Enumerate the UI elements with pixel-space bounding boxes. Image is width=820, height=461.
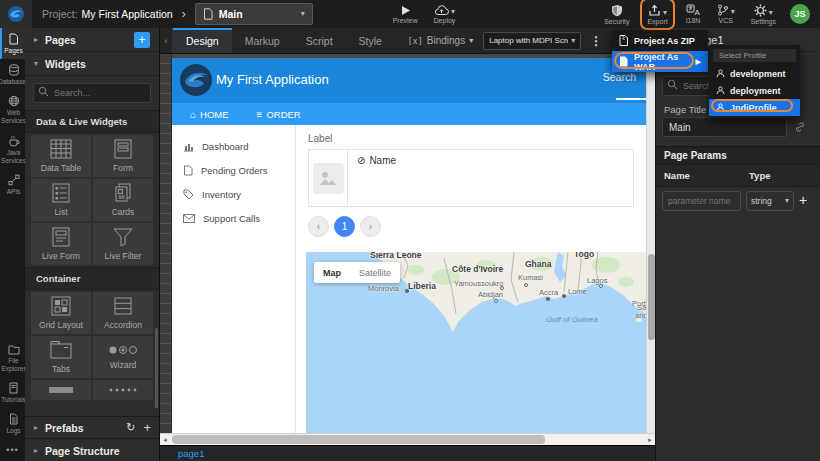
container-section-header: Container [25, 267, 159, 290]
rail-item-web-services[interactable]: Web Services [0, 90, 25, 129]
profile-development[interactable]: development [709, 65, 800, 82]
rail-item-databases[interactable]: Databases [0, 59, 25, 90]
widgets-section-header[interactable]: ▾ Widgets [25, 52, 159, 76]
menu-item-dashboard[interactable]: Dashboard [172, 134, 295, 158]
widget-tile-tabs[interactable]: Tabs [31, 336, 91, 378]
data-table-icon [50, 139, 72, 159]
tab-script[interactable]: Script [293, 28, 346, 53]
menu-item-support-calls[interactable]: Support Calls [172, 206, 295, 230]
city-dot [405, 289, 409, 293]
satellite-button[interactable]: Satellite [350, 268, 400, 278]
collapse-panel-button[interactable]: ‹ [160, 28, 173, 53]
menu-item-project-as-zip[interactable]: Project As ZIP [612, 30, 708, 51]
menu-item-inventory[interactable]: Inventory [172, 182, 295, 206]
pagination-next-button[interactable]: › [360, 216, 381, 237]
app-header: My First Application Search [172, 58, 646, 103]
widget-search-input[interactable] [33, 83, 151, 103]
widget-tile-live-form[interactable]: Live Form [31, 223, 91, 265]
menu-item-project-as-war[interactable]: Project As WAR ▶ [612, 51, 708, 72]
widget-tile-live-filter[interactable]: Live Filter [93, 223, 153, 265]
pagination: ‹ 1 › [308, 216, 637, 237]
device-selector-dropdown[interactable]: Laptop with MDPI Screen ▾ [483, 32, 581, 50]
widget-tile-partial-left[interactable] [31, 380, 91, 400]
profile-deployment[interactable]: deployment [709, 82, 800, 99]
prefabs-section-header[interactable]: ▸ Prefabs ↻ + [25, 417, 160, 438]
map-button[interactable]: Map [314, 268, 350, 278]
tab-design[interactable]: Design [173, 28, 232, 53]
preview-button[interactable]: Preview [393, 0, 418, 28]
pagination-page-1[interactable]: 1 [334, 216, 355, 237]
rail-item-apis[interactable]: APIs [0, 169, 25, 200]
canvas-vertical-scrollbar[interactable] [646, 58, 655, 433]
profile-jndiprofile[interactable]: JndiProfile [709, 99, 800, 116]
document-icon [183, 165, 193, 176]
unbound-icon: ⊘ [357, 155, 365, 166]
nav-home[interactable]: ⌂ HOME [190, 109, 229, 120]
widget-tile-partial-right[interactable] [93, 380, 153, 400]
tab-style[interactable]: Style [346, 28, 395, 53]
chevron-down-icon: ▾ [571, 37, 575, 45]
rail-item-pages[interactable]: Pages [0, 28, 25, 59]
rail-item-logs[interactable]: Logs [0, 408, 25, 439]
rail-more-icon[interactable]: ••• [0, 439, 25, 461]
city-ring [494, 299, 498, 303]
bindings-button[interactable]: [x] Bindings ▾ [407, 28, 473, 53]
profile-person-icon [716, 103, 725, 112]
chevron-down-icon: ▾ [663, 9, 667, 17]
tab-markup[interactable]: Markup [232, 28, 293, 53]
chevron-right-icon: ▸ [34, 35, 38, 44]
more-options-icon[interactable]: ⋮ [590, 28, 602, 53]
google-map-widget[interactable]: Map Satellite Sierra Leone Côte d'Ivoire… [306, 252, 646, 433]
translate-icon: A [686, 4, 701, 16]
widget-tile-form[interactable]: Form [93, 135, 153, 177]
param-type-select[interactable]: string ▾ [746, 191, 794, 211]
rail-item-file-explorer[interactable]: File Explorer [0, 339, 25, 377]
app-search-link[interactable]: Search [603, 71, 636, 83]
widget-tile-accordion[interactable]: Accordion [93, 292, 153, 334]
widget-tile-cards[interactable]: Cards [93, 179, 153, 221]
scroll-right-arrow-icon[interactable]: ▸ [645, 436, 655, 444]
pages-section-header[interactable]: ▸ Pages + [25, 28, 159, 52]
left-panel-scrollbar[interactable] [155, 328, 158, 408]
top-bar: Project: My First Application › Main ▾ P… [0, 0, 820, 28]
widget-tile-list[interactable]: List [31, 179, 91, 221]
scroll-left-arrow-icon[interactable]: ◂ [160, 436, 170, 444]
chevron-down-icon: ▾ [451, 8, 455, 16]
app-logo[interactable] [0, 0, 32, 28]
user-avatar[interactable]: JS [790, 4, 810, 24]
i18n-button[interactable]: A i18N [686, 0, 701, 28]
page-title-input[interactable] [662, 117, 787, 137]
deploy-button[interactable]: ▾ Deploy [434, 0, 456, 28]
page-structure-header[interactable]: ▸ Page Structure [25, 439, 160, 461]
add-prefab-icon[interactable]: + [143, 420, 151, 435]
refresh-prefabs-icon[interactable]: ↻ [126, 421, 135, 434]
add-page-button[interactable]: + [134, 32, 150, 48]
param-name-input[interactable] [662, 191, 741, 211]
profile-person-icon [716, 86, 725, 95]
settings-button[interactable]: ▾ Settings [751, 0, 776, 28]
bind-link-icon[interactable] [794, 121, 806, 133]
page-selector-dropdown[interactable]: Main ▾ [195, 3, 313, 25]
pagination-prev-button[interactable]: ‹ [308, 216, 329, 237]
rail-item-tutorials[interactable]: Tutorials [0, 377, 25, 408]
pages-icon [8, 33, 19, 45]
widget-tile-wizard[interactable]: Wizard [93, 336, 153, 378]
menu-item-pending-orders[interactable]: Pending Orders [172, 158, 295, 182]
profile-submenu: Select Profile development deployment Jn… [709, 45, 800, 118]
export-button[interactable]: ▾ Export [647, 0, 667, 28]
page-tab-page1[interactable]: page1 [178, 448, 204, 459]
vcs-button[interactable]: ▾ VCS [717, 0, 735, 28]
security-button[interactable]: Security [604, 0, 629, 28]
rail-item-java-services[interactable]: Java Services [0, 130, 25, 169]
branch-icon [717, 4, 729, 16]
breadcrumb-chevron-icon: › [182, 7, 186, 21]
canvas-horizontal-scrollbar[interactable]: ◂ ▸ [160, 433, 655, 445]
widget-tile-data-table[interactable]: Data Table [31, 135, 91, 177]
list-item-card[interactable]: ⊘ Name [308, 149, 634, 207]
nav-order[interactable]: ≡ ORDER [257, 109, 301, 120]
panel-icon [48, 386, 74, 394]
label-widget: Label [308, 133, 637, 144]
add-param-button[interactable]: + [799, 192, 807, 208]
search-underline [616, 98, 646, 100]
widget-tile-grid-layout[interactable]: Grid Layout [31, 292, 91, 334]
